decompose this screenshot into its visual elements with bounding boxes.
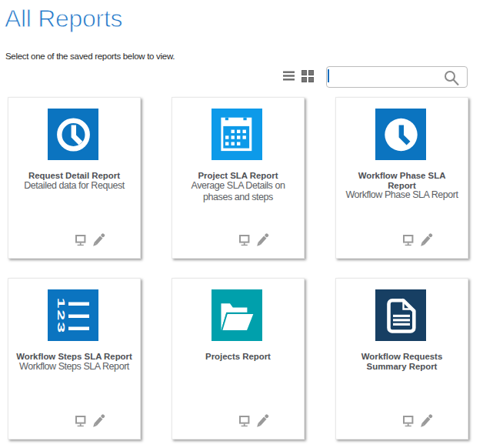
svg-text:2: 2 bbox=[55, 310, 66, 321]
svg-text:3: 3 bbox=[55, 323, 66, 333]
svg-text:1: 1 bbox=[55, 298, 66, 309]
